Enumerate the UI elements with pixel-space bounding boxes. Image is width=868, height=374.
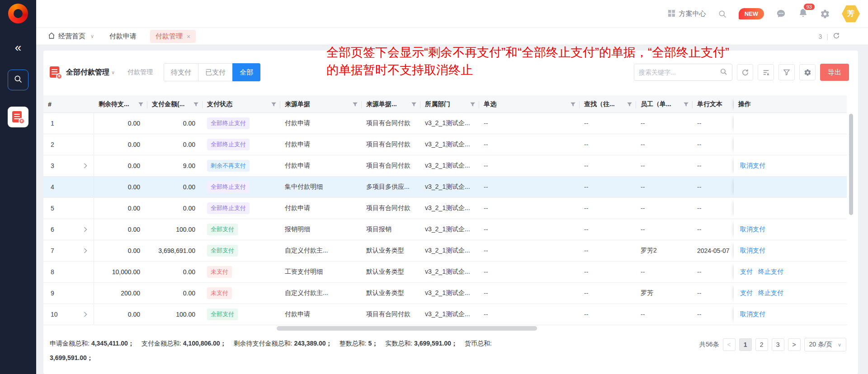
close-icon[interactable]: × (187, 33, 190, 40)
cell-actions: 取消支付 (734, 304, 847, 325)
filter-icon[interactable] (193, 102, 199, 108)
cell-actions (734, 177, 847, 197)
expand-chevron-icon[interactable] (84, 163, 87, 168)
cell-lookup: -- (580, 304, 636, 325)
filter-icon[interactable] (271, 102, 277, 108)
scheme-center-button[interactable]: 方案中心 (668, 9, 706, 19)
filter-tab[interactable]: 全部 (232, 63, 260, 81)
row-density-button[interactable] (758, 64, 774, 80)
tabs-refresh-icon[interactable] (833, 32, 840, 41)
table-row[interactable]: 20.000.00全部终止支付付款申请项目有合同付款v3_2_1测试企...--… (43, 134, 847, 155)
expand-chevron-icon[interactable] (84, 248, 87, 253)
settings-gear-icon[interactable] (820, 9, 830, 19)
action-link[interactable]: 终止支付 (758, 268, 783, 276)
tab-payment-request[interactable]: 付款申请 (109, 32, 137, 41)
breadcrumb-home[interactable]: 经营首页 ∨ (48, 32, 94, 41)
row-index-cell: 8 (43, 262, 94, 282)
action-link[interactable]: 终止支付 (758, 289, 783, 297)
cell-text: 2024-05-07 (693, 240, 734, 261)
row-index-cell: 4 (43, 177, 94, 197)
filter-icon[interactable] (470, 102, 476, 108)
grid-icon (668, 9, 675, 19)
column-settings-gear-button[interactable] (799, 64, 816, 80)
vertical-scrollbar[interactable] (849, 114, 853, 215)
filter-funnel-button[interactable] (778, 64, 795, 80)
row-index-cell: 10 (43, 304, 94, 325)
row-index-cell: 6 (43, 219, 94, 240)
filter-tab[interactable]: 待支付 (164, 63, 198, 81)
notifications-button[interactable]: 93 (798, 8, 808, 20)
expand-chevron-icon[interactable] (84, 312, 87, 317)
page-size-select[interactable]: 20 条/页 ∨ (804, 338, 846, 351)
page-number-button[interactable]: 1 (739, 338, 752, 351)
sidebar-search-button[interactable] (8, 70, 28, 90)
search-input[interactable] (639, 69, 720, 76)
cell-department: v3_2_1测试企... (420, 134, 479, 155)
action-link[interactable]: 取消支付 (740, 310, 765, 318)
table-row[interactable]: 40.000.00全部终止支付集中付款明细多项目多供应...v3_2_1测试企.… (43, 177, 847, 198)
cell-source_type: 项目有合同付款 (362, 113, 420, 134)
table-row[interactable]: 50.000.00全部终止支付付款申请项目有合同付款v3_2_1测试企...--… (43, 198, 847, 219)
row-number: 9 (51, 290, 54, 297)
new-badge[interactable]: NEW (739, 8, 764, 19)
filter-icon[interactable] (683, 102, 689, 108)
topbar-search-icon[interactable] (718, 9, 727, 19)
action-link[interactable]: 取消支付 (740, 247, 765, 255)
cell-status: 全部终止支付 (203, 177, 280, 197)
column-label: 员工（单... (641, 100, 671, 108)
expand-chevron-icon[interactable] (84, 227, 87, 232)
column-header-department: 所属部门 (420, 96, 479, 112)
sidebar-collapse-icon[interactable]: « (15, 42, 21, 53)
horizontal-scrollbar[interactable] (277, 326, 537, 331)
sidebar-app-payment-icon[interactable]: ¥ (8, 107, 28, 127)
action-link[interactable]: 支付 (740, 289, 753, 297)
view-title-dropdown[interactable]: 全部付款管理 (66, 68, 109, 77)
cell-text: -- (693, 283, 734, 304)
filter-icon[interactable] (627, 102, 632, 108)
page-number-button[interactable]: 2 (755, 338, 768, 351)
summary-value: 4,345,411.00； (91, 340, 134, 347)
cell-source_doc: 付款申请 (280, 134, 362, 155)
export-button[interactable]: 导出 (820, 64, 849, 81)
filter-icon[interactable] (570, 102, 576, 108)
prev-page-button[interactable]: < (723, 338, 736, 351)
column-label: 单行文本 (697, 100, 722, 108)
table-row[interactable]: 70.003,698,691.00全部支付自定义付款主...默认业务类型v3_2… (43, 240, 847, 262)
cell-status: 全部终止支付 (203, 113, 280, 134)
summary-totals: 申请金额总和:4,345,411.00；支付金额总和:4,100,806.00；… (50, 336, 674, 365)
action-link[interactable]: 支付 (740, 268, 753, 276)
refresh-button[interactable] (737, 64, 753, 80)
status-filter-tabs: 待支付已支付全部 (164, 63, 260, 81)
cell-lookup: -- (580, 177, 636, 197)
next-page-button[interactable]: > (788, 338, 801, 351)
cell-source_type: 项目报销 (362, 219, 420, 240)
table-row[interactable]: 60.00100.00全部支付报销明细项目报销v3_2_1测试企...-----… (43, 219, 847, 240)
cell-lookup: -- (580, 283, 636, 304)
table-row[interactable]: 100.00100.00全部支付付款申请项目有合同付款v3_2_1测试企...-… (43, 304, 847, 325)
payment-doc-icon: ¥ (12, 111, 24, 123)
action-link[interactable]: 取消支付 (740, 162, 765, 170)
page-number-button[interactable]: 3 (772, 338, 784, 351)
cell-text: -- (693, 134, 734, 155)
table-row[interactable]: 810,000.000.00未支付工资支付明细默认业务类型v3_2_1测试企..… (43, 262, 847, 283)
open-tab-count: 3 (819, 33, 822, 40)
cell-source_doc: 自定义付款主... (280, 283, 362, 304)
table-row[interactable]: 30.009.00剩余不再支付付款申请项目有合同付款v3_2_1测试企...--… (43, 155, 847, 177)
filter-icon[interactable] (352, 102, 358, 108)
message-icon[interactable] (776, 9, 786, 19)
tab-payment-management-active[interactable]: 付款管理 × (150, 30, 196, 43)
payment-panel: ¥ 全部付款管理 ∨ 付款管理 待支付已支付全部 (43, 51, 858, 374)
row-number: 6 (51, 226, 54, 233)
chevron-left-icon: < (727, 341, 731, 348)
filter-icon[interactable] (138, 102, 144, 108)
cell-department: v3_2_1测试企... (420, 283, 479, 304)
user-avatar[interactable]: 芳 (842, 5, 860, 23)
filter-tab[interactable]: 已支付 (198, 63, 233, 81)
action-link[interactable]: 取消支付 (740, 225, 765, 234)
filter-icon[interactable] (411, 102, 417, 108)
main-area: 方案中心 NEW 93 芳 (36, 0, 868, 374)
table-row[interactable]: 9200.000.00未支付自定义付款主...默认业务类型v3_2_1测试企..… (43, 283, 847, 304)
cell-department: v3_2_1测试企... (420, 240, 479, 261)
table-row[interactable]: 10.000.00全部终止支付付款申请项目有合同付款v3_2_1测试企...--… (43, 113, 847, 134)
search-icon[interactable] (720, 68, 727, 77)
